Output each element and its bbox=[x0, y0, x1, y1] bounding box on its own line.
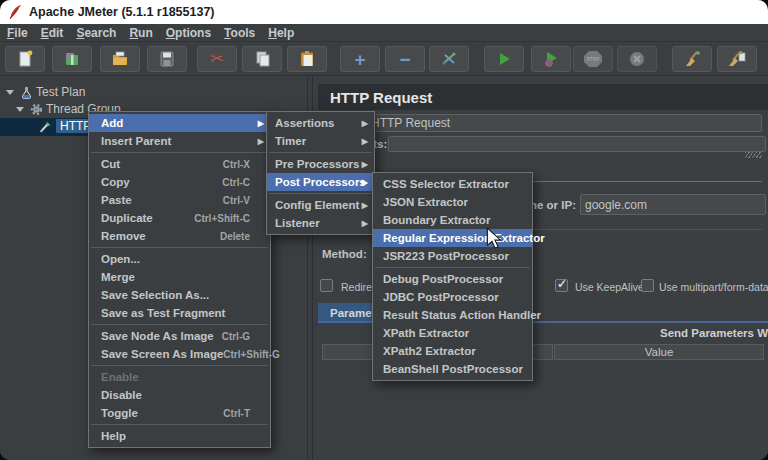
open-button[interactable] bbox=[100, 46, 140, 72]
post-processor-menu-item[interactable]: XPath Extractor bbox=[373, 324, 532, 342]
tree-node-test-plan[interactable]: Test Plan bbox=[0, 84, 303, 101]
context-menu-item[interactable]: Merge bbox=[89, 268, 270, 286]
clear-button[interactable] bbox=[672, 46, 712, 72]
add-submenu-item[interactable]: Post Processors bbox=[267, 173, 374, 191]
menu-separator bbox=[375, 267, 530, 268]
add-submenu-item[interactable]: Pre Processors bbox=[267, 155, 374, 173]
post-processor-menu-item[interactable]: CSS Selector Extractor bbox=[373, 175, 532, 193]
context-menu-item[interactable]: Copy Ctrl-C bbox=[89, 173, 270, 191]
method-label: Method: bbox=[322, 248, 367, 260]
context-menu-item[interactable]: Insert Parent bbox=[89, 132, 270, 150]
mouse-cursor-icon bbox=[486, 228, 502, 249]
clear-all-broom-icon bbox=[727, 50, 747, 68]
copy-button[interactable] bbox=[242, 46, 282, 72]
menu-separator bbox=[269, 193, 372, 194]
context-menu-item[interactable]: Save as Test Fragment bbox=[89, 304, 270, 322]
copy-icon bbox=[252, 50, 272, 68]
add-submenu-item[interactable]: Listener bbox=[267, 214, 374, 232]
column-header-value[interactable]: Value bbox=[554, 344, 764, 360]
add-submenu-item[interactable]: Timer bbox=[267, 132, 374, 150]
save-floppy-icon bbox=[157, 50, 177, 68]
add-submenu: Assertions Timer Pre Processors Post Pro… bbox=[266, 111, 375, 235]
context-menu-item[interactable]: Duplicate Ctrl+Shift-C bbox=[89, 209, 270, 227]
post-processor-menu-item[interactable]: Result Status Action Handler bbox=[373, 306, 532, 324]
clear-all-button[interactable] bbox=[717, 46, 757, 72]
context-menu-item[interactable]: Paste Ctrl-V bbox=[89, 191, 270, 209]
send-parameters-label: Send Parameters With the Request: bbox=[660, 327, 768, 339]
open-folder-icon bbox=[110, 50, 130, 68]
context-menu-item[interactable]: Disable bbox=[89, 386, 270, 404]
toolbar: ✂ + − STOP bbox=[0, 43, 768, 76]
save-button[interactable] bbox=[147, 46, 187, 72]
svg-text:STOP: STOP bbox=[587, 57, 599, 62]
start-button[interactable] bbox=[484, 46, 524, 72]
toggle-arrows-icon bbox=[439, 50, 459, 68]
menubar-item[interactable]: Options bbox=[166, 26, 211, 40]
stop-button[interactable]: STOP bbox=[573, 46, 613, 72]
menubar-item[interactable]: Search bbox=[76, 26, 116, 40]
shutdown-button[interactable] bbox=[617, 46, 657, 72]
context-menu-item[interactable]: Add bbox=[89, 114, 270, 132]
post-processor-menu-item[interactable]: Debug PostProcessor bbox=[373, 270, 532, 288]
clear-broom-icon bbox=[682, 50, 702, 68]
context-menu-item[interactable]: Help bbox=[89, 427, 270, 445]
post-processor-menu-item[interactable]: XPath2 Extractor bbox=[373, 342, 532, 360]
menu-separator bbox=[269, 152, 372, 153]
post-processor-menu-item[interactable]: JSR223 PostProcessor bbox=[373, 247, 532, 265]
context-menu-item[interactable]: Remove Delete bbox=[89, 227, 270, 245]
templates-button[interactable] bbox=[52, 46, 92, 72]
menubar: File Edit Search Run Options Tools Help bbox=[0, 24, 768, 42]
use-keepalive-label: Use KeepAlive bbox=[575, 281, 644, 293]
menu-separator bbox=[91, 324, 268, 325]
start-play-icon bbox=[494, 50, 514, 68]
menubar-item[interactable]: Help bbox=[268, 26, 294, 40]
use-multipart-label: Use multipart/form-data bbox=[659, 281, 768, 293]
server-name-input[interactable]: google.com bbox=[580, 194, 766, 215]
toggle-button[interactable] bbox=[429, 46, 469, 72]
context-menu-item[interactable]: Open... bbox=[89, 250, 270, 268]
post-processor-menu-item[interactable]: JSON Extractor bbox=[373, 193, 532, 211]
add-submenu-item[interactable]: Config Element bbox=[267, 196, 374, 214]
name-input[interactable]: HTTP Request bbox=[366, 114, 762, 132]
expander-icon[interactable] bbox=[16, 107, 24, 112]
post-processor-menu-item[interactable]: Regular Expression Extractor bbox=[373, 229, 532, 247]
context-menu-item[interactable]: Cut Ctrl-X bbox=[89, 155, 270, 173]
menubar-item[interactable]: File bbox=[7, 26, 28, 40]
context-menu: Add Insert Parent Cut Ctrl-X Copy Ctrl-C… bbox=[88, 111, 271, 448]
thread-group-gear-icon bbox=[30, 103, 43, 116]
start-no-pauses-button[interactable] bbox=[531, 46, 571, 72]
plus-icon: + bbox=[354, 50, 365, 69]
window-title: Apache JMeter (5.1.1 r1855137) bbox=[29, 5, 215, 19]
menubar-item[interactable]: Tools bbox=[224, 26, 255, 40]
section-resize-grip[interactable] bbox=[745, 152, 762, 158]
use-keepalive-checkbox[interactable] bbox=[555, 279, 568, 292]
paste-clipboard-icon bbox=[297, 50, 317, 68]
context-menu-item[interactable]: Toggle Ctrl-T bbox=[89, 404, 270, 422]
menubar-item[interactable]: Run bbox=[129, 26, 152, 40]
post-processor-menu-item[interactable]: Boundary Extractor bbox=[373, 211, 532, 229]
new-file-button[interactable] bbox=[5, 46, 45, 72]
add-element-button[interactable]: + bbox=[340, 46, 380, 72]
editor-title: HTTP Request bbox=[330, 89, 432, 106]
comments-input[interactable] bbox=[388, 136, 766, 152]
post-processor-menu-item[interactable]: BeanShell PostProcessor bbox=[373, 360, 532, 378]
redirect-automatically-checkbox[interactable] bbox=[320, 279, 333, 292]
shutdown-icon bbox=[627, 50, 647, 68]
context-menu-item[interactable]: Save Screen As Image Ctrl+Shift-G bbox=[89, 345, 270, 363]
context-menu-item[interactable]: Save Selection As... bbox=[89, 286, 270, 304]
use-multipart-checkbox[interactable] bbox=[641, 279, 654, 292]
context-menu-item[interactable]: Enable bbox=[89, 368, 270, 386]
menubar-item[interactable]: Edit bbox=[41, 26, 64, 40]
add-submenu-item[interactable]: Assertions bbox=[267, 114, 374, 132]
post-processor-menu-item[interactable]: JDBC PostProcessor bbox=[373, 288, 532, 306]
remove-element-button[interactable]: − bbox=[385, 46, 425, 72]
cut-scissors-icon: ✂ bbox=[210, 51, 223, 67]
editor-header: HTTP Request bbox=[318, 84, 768, 110]
http-sampler-pencil-icon bbox=[38, 120, 53, 134]
expander-icon[interactable] bbox=[6, 90, 14, 95]
test-plan-flask-icon bbox=[20, 86, 33, 100]
paste-button[interactable] bbox=[287, 46, 327, 72]
cut-button[interactable]: ✂ bbox=[197, 46, 237, 72]
context-menu-item[interactable]: Save Node As Image Ctrl-G bbox=[89, 327, 270, 345]
titlebar: Apache JMeter (5.1.1 r1855137) bbox=[0, 0, 768, 24]
